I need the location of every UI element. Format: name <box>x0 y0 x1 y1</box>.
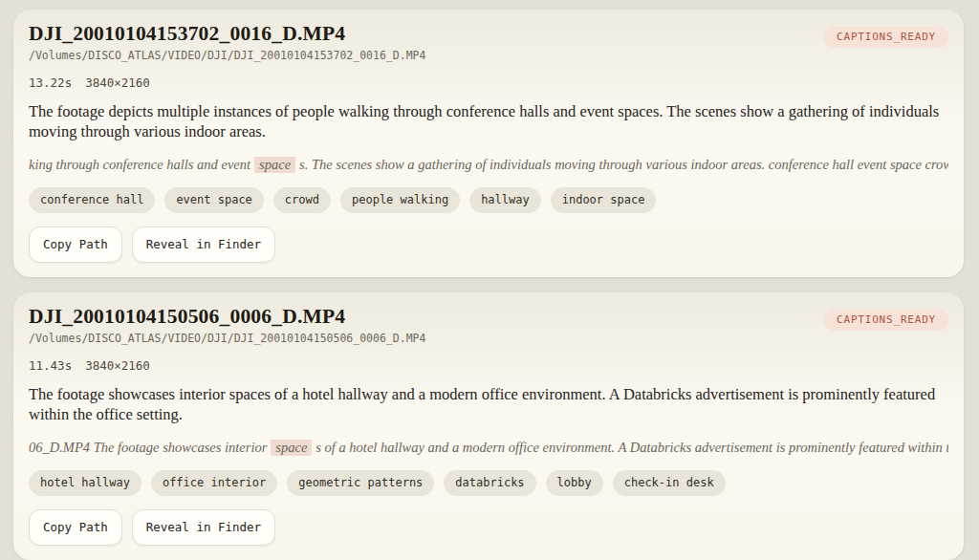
tag-chip: lobby <box>546 470 603 496</box>
tag-chip: hotel hallway <box>29 470 141 496</box>
snippet-highlight: space <box>254 157 295 173</box>
tag-chip: office interior <box>151 470 277 496</box>
tag-list: hotel hallway office interior geometric … <box>29 470 948 496</box>
resolution-value: 3840×2160 <box>85 75 150 90</box>
status-badge: CAPTIONS_READY <box>824 27 948 48</box>
tag-chip: check-in desk <box>613 470 726 496</box>
tag-chip: geometric patterns <box>287 470 434 496</box>
card-header: DJI_20010104153702_0016_D.MP4 /Volumes/D… <box>29 22 948 62</box>
copy-path-button[interactable]: Copy Path <box>29 226 122 263</box>
search-snippet: 06_D.MP4 The footage showcases interiors… <box>29 440 948 456</box>
resolution-value: 3840×2160 <box>85 358 150 373</box>
video-path: /Volumes/DISCO_ATLAS/VIDEO/DJI/DJI_20010… <box>29 332 425 345</box>
video-path: /Volumes/DISCO_ATLAS/VIDEO/DJI/DJI_20010… <box>29 49 425 62</box>
duration-value: 11.43s <box>29 358 72 373</box>
reveal-in-finder-button[interactable]: Reveal in Finder <box>132 509 275 546</box>
snippet-before: 06_D.MP4 The footage showcases interior <box>29 440 267 455</box>
duration-value: 13.22s <box>29 75 72 90</box>
tag-chip: conference hall <box>29 187 155 213</box>
copy-path-button[interactable]: Copy Path <box>29 509 122 546</box>
reveal-in-finder-button[interactable]: Reveal in Finder <box>132 226 275 263</box>
search-snippet: king through conference halls and events… <box>29 157 948 173</box>
tag-chip: hallway <box>469 187 541 213</box>
tag-chip: databricks <box>444 470 535 496</box>
card-actions: Copy Path Reveal in Finder <box>29 226 948 263</box>
video-meta: 11.43s 3840×2160 <box>29 358 948 373</box>
tag-chip: event space <box>164 187 263 213</box>
card-header-text: DJI_20010104150506_0006_D.MP4 /Volumes/D… <box>29 305 425 345</box>
video-title: DJI_20010104153702_0016_D.MP4 <box>29 22 425 46</box>
tag-chip: crowd <box>273 187 331 213</box>
video-meta: 13.22s 3840×2160 <box>29 75 948 90</box>
video-card: DJI_20010104153702_0016_D.MP4 /Volumes/D… <box>13 10 964 277</box>
tag-chip: indoor space <box>551 187 657 213</box>
snippet-highlight: space <box>271 440 312 456</box>
card-header: DJI_20010104150506_0006_D.MP4 /Volumes/D… <box>29 305 948 345</box>
video-card: DJI_20010104150506_0006_D.MP4 /Volumes/D… <box>13 292 964 560</box>
snippet-after: s of a hotel hallway and a modern office… <box>315 440 948 455</box>
video-title: DJI_20010104150506_0006_D.MP4 <box>29 305 425 329</box>
card-header-text: DJI_20010104153702_0016_D.MP4 /Volumes/D… <box>29 22 425 62</box>
card-actions: Copy Path Reveal in Finder <box>29 509 948 546</box>
tag-list: conference hall event space crowd people… <box>29 187 948 213</box>
status-badge: CAPTIONS_READY <box>824 310 948 331</box>
snippet-before: king through conference halls and event <box>29 157 250 172</box>
caption-text: The footage showcases interior spaces of… <box>29 384 948 424</box>
caption-text: The footage depicts multiple instances o… <box>29 101 948 141</box>
tag-chip: people walking <box>340 187 460 213</box>
snippet-after: s. The scenes show a gathering of indivi… <box>299 157 948 172</box>
